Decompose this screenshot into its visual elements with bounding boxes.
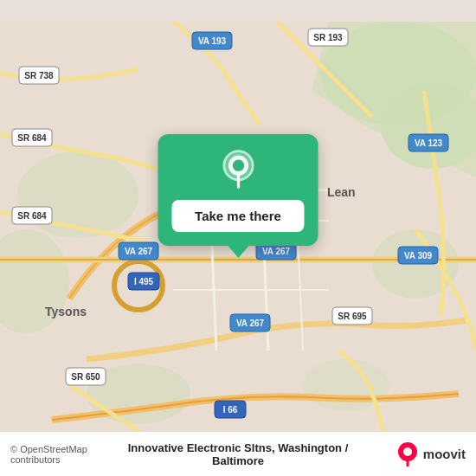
svg-text:VA 193: VA 193	[198, 36, 227, 46]
moovit-logo: moovit	[352, 442, 466, 466]
svg-text:SR 684: SR 684	[17, 133, 47, 143]
moovit-label: moovit	[423, 447, 466, 461]
svg-text:I 495: I 495	[134, 277, 154, 286]
svg-point-4	[17, 151, 138, 238]
moovit-pin-icon	[396, 442, 420, 466]
svg-text:SR 650: SR 650	[71, 372, 100, 382]
svg-point-54	[403, 447, 412, 456]
svg-text:VA 123: VA 123	[415, 138, 443, 148]
location-pin-icon	[217, 150, 259, 191]
svg-text:VA 309: VA 309	[404, 251, 433, 261]
svg-point-51	[232, 160, 243, 171]
map-container: SR 738 VA 193 SR 193 SR 684 VA 267 VA 12…	[0, 0, 476, 476]
svg-text:VA 267: VA 267	[262, 247, 291, 256]
copyright-text: © OpenStreetMap contributors	[10, 444, 125, 465]
popup-card: Take me there	[158, 134, 318, 246]
svg-text:SR 738: SR 738	[24, 71, 54, 80]
svg-text:VA 267: VA 267	[236, 318, 265, 328]
svg-text:SR 695: SR 695	[338, 312, 367, 321]
take-me-there-button[interactable]: Take me there	[172, 200, 305, 232]
svg-text:I 66: I 66	[223, 405, 238, 415]
svg-text:Tysons: Tysons	[45, 305, 87, 318]
bottom-bar: © OpenStreetMap contributors Innovative …	[0, 431, 476, 476]
svg-text:SR 193: SR 193	[313, 33, 343, 42]
svg-text:VA 267: VA 267	[125, 247, 153, 256]
svg-text:Lean: Lean	[327, 185, 356, 199]
svg-text:SR 684: SR 684	[17, 211, 47, 221]
location-name: Innovative Electronic Sltns, Washington …	[125, 441, 352, 467]
